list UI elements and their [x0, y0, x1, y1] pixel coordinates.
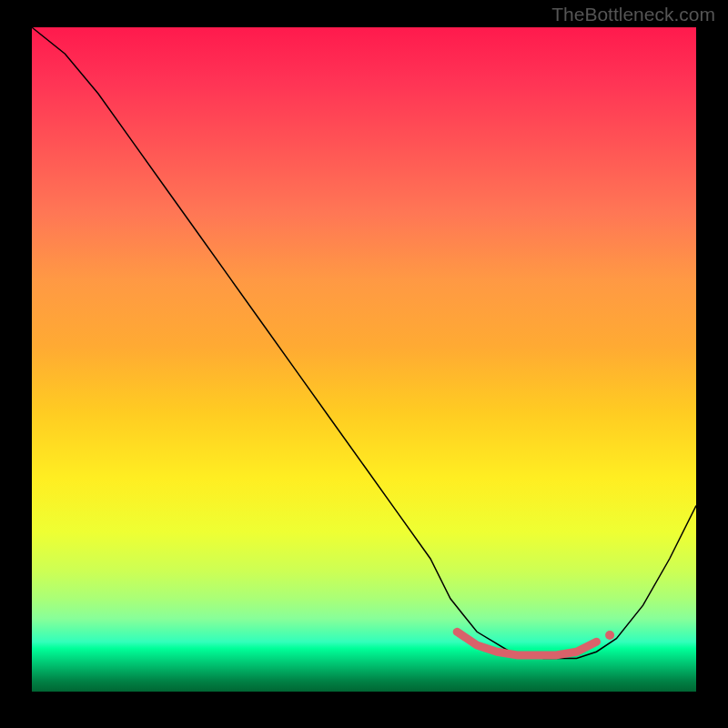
highlight-dot — [605, 631, 614, 640]
curve-line — [32, 27, 696, 659]
highlight-markers — [457, 632, 596, 655]
chart-svg — [32, 27, 696, 692]
watermark-text: TheBottleneck.com — [551, 4, 715, 25]
plot-area — [32, 27, 696, 692]
